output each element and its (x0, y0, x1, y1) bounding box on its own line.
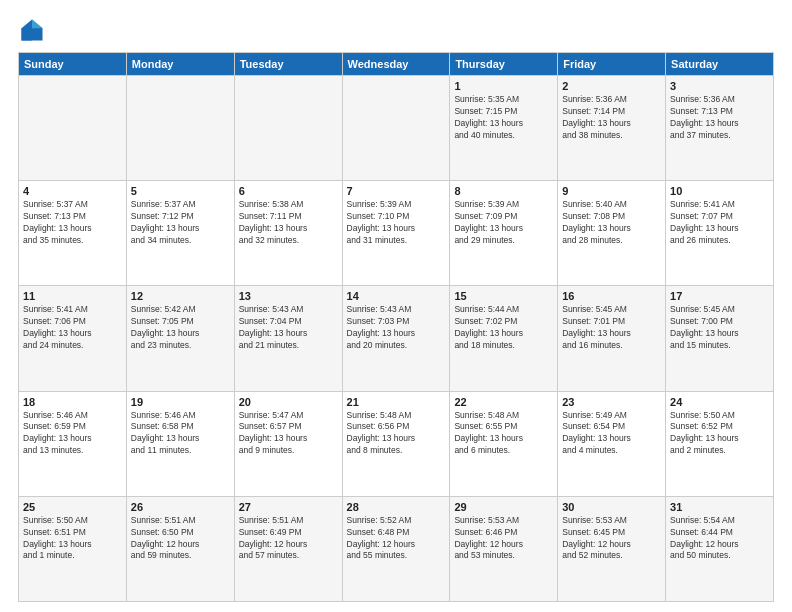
svg-marker-2 (22, 28, 33, 40)
calendar-cell-w2-d0: 11Sunrise: 5:41 AM Sunset: 7:06 PM Dayli… (19, 286, 127, 391)
day-number: 8 (454, 185, 553, 197)
day-info: Sunrise: 5:36 AM Sunset: 7:14 PM Dayligh… (562, 94, 661, 142)
day-number: 22 (454, 396, 553, 408)
day-info: Sunrise: 5:48 AM Sunset: 6:55 PM Dayligh… (454, 410, 553, 458)
day-number: 24 (670, 396, 769, 408)
day-info: Sunrise: 5:37 AM Sunset: 7:13 PM Dayligh… (23, 199, 122, 247)
day-info: Sunrise: 5:54 AM Sunset: 6:44 PM Dayligh… (670, 515, 769, 563)
day-info: Sunrise: 5:41 AM Sunset: 7:07 PM Dayligh… (670, 199, 769, 247)
day-number: 17 (670, 290, 769, 302)
calendar-cell-w4-d3: 28Sunrise: 5:52 AM Sunset: 6:48 PM Dayli… (342, 496, 450, 601)
calendar-cell-w3-d3: 21Sunrise: 5:48 AM Sunset: 6:56 PM Dayli… (342, 391, 450, 496)
calendar-table: SundayMondayTuesdayWednesdayThursdayFrid… (18, 52, 774, 602)
day-info: Sunrise: 5:38 AM Sunset: 7:11 PM Dayligh… (239, 199, 338, 247)
day-info: Sunrise: 5:51 AM Sunset: 6:49 PM Dayligh… (239, 515, 338, 563)
calendar-cell-w3-d0: 18Sunrise: 5:46 AM Sunset: 6:59 PM Dayli… (19, 391, 127, 496)
weekday-header-monday: Monday (126, 53, 234, 76)
calendar-cell-w4-d0: 25Sunrise: 5:50 AM Sunset: 6:51 PM Dayli… (19, 496, 127, 601)
calendar-cell-w2-d2: 13Sunrise: 5:43 AM Sunset: 7:04 PM Dayli… (234, 286, 342, 391)
calendar-cell-w1-d0: 4Sunrise: 5:37 AM Sunset: 7:13 PM Daylig… (19, 181, 127, 286)
calendar-header: SundayMondayTuesdayWednesdayThursdayFrid… (19, 53, 774, 76)
calendar-week-2: 11Sunrise: 5:41 AM Sunset: 7:06 PM Dayli… (19, 286, 774, 391)
day-info: Sunrise: 5:39 AM Sunset: 7:10 PM Dayligh… (347, 199, 446, 247)
calendar-cell-w0-d0 (19, 76, 127, 181)
day-number: 14 (347, 290, 446, 302)
day-number: 13 (239, 290, 338, 302)
weekday-header-tuesday: Tuesday (234, 53, 342, 76)
day-number: 10 (670, 185, 769, 197)
day-info: Sunrise: 5:37 AM Sunset: 7:12 PM Dayligh… (131, 199, 230, 247)
weekday-header-sunday: Sunday (19, 53, 127, 76)
day-info: Sunrise: 5:50 AM Sunset: 6:51 PM Dayligh… (23, 515, 122, 563)
calendar-cell-w2-d6: 17Sunrise: 5:45 AM Sunset: 7:00 PM Dayli… (666, 286, 774, 391)
weekday-header-thursday: Thursday (450, 53, 558, 76)
calendar-cell-w4-d1: 26Sunrise: 5:51 AM Sunset: 6:50 PM Dayli… (126, 496, 234, 601)
day-number: 15 (454, 290, 553, 302)
day-number: 20 (239, 396, 338, 408)
page: SundayMondayTuesdayWednesdayThursdayFrid… (0, 0, 792, 612)
day-number: 6 (239, 185, 338, 197)
day-number: 11 (23, 290, 122, 302)
calendar-body: 1Sunrise: 5:35 AM Sunset: 7:15 PM Daylig… (19, 76, 774, 602)
header (18, 16, 774, 44)
day-number: 25 (23, 501, 122, 513)
day-number: 26 (131, 501, 230, 513)
calendar-cell-w3-d2: 20Sunrise: 5:47 AM Sunset: 6:57 PM Dayli… (234, 391, 342, 496)
day-info: Sunrise: 5:39 AM Sunset: 7:09 PM Dayligh… (454, 199, 553, 247)
weekday-header-saturday: Saturday (666, 53, 774, 76)
weekday-header-wednesday: Wednesday (342, 53, 450, 76)
day-info: Sunrise: 5:35 AM Sunset: 7:15 PM Dayligh… (454, 94, 553, 142)
svg-marker-1 (32, 20, 43, 29)
day-info: Sunrise: 5:53 AM Sunset: 6:45 PM Dayligh… (562, 515, 661, 563)
calendar-week-0: 1Sunrise: 5:35 AM Sunset: 7:15 PM Daylig… (19, 76, 774, 181)
calendar-cell-w1-d4: 8Sunrise: 5:39 AM Sunset: 7:09 PM Daylig… (450, 181, 558, 286)
day-number: 30 (562, 501, 661, 513)
day-info: Sunrise: 5:40 AM Sunset: 7:08 PM Dayligh… (562, 199, 661, 247)
day-number: 2 (562, 80, 661, 92)
calendar-cell-w2-d3: 14Sunrise: 5:43 AM Sunset: 7:03 PM Dayli… (342, 286, 450, 391)
day-number: 19 (131, 396, 230, 408)
day-info: Sunrise: 5:50 AM Sunset: 6:52 PM Dayligh… (670, 410, 769, 458)
calendar-cell-w0-d4: 1Sunrise: 5:35 AM Sunset: 7:15 PM Daylig… (450, 76, 558, 181)
day-info: Sunrise: 5:36 AM Sunset: 7:13 PM Dayligh… (670, 94, 769, 142)
calendar-cell-w3-d6: 24Sunrise: 5:50 AM Sunset: 6:52 PM Dayli… (666, 391, 774, 496)
calendar-cell-w4-d4: 29Sunrise: 5:53 AM Sunset: 6:46 PM Dayli… (450, 496, 558, 601)
calendar-cell-w3-d5: 23Sunrise: 5:49 AM Sunset: 6:54 PM Dayli… (558, 391, 666, 496)
day-info: Sunrise: 5:46 AM Sunset: 6:58 PM Dayligh… (131, 410, 230, 458)
calendar-cell-w0-d2 (234, 76, 342, 181)
day-number: 27 (239, 501, 338, 513)
calendar-cell-w1-d1: 5Sunrise: 5:37 AM Sunset: 7:12 PM Daylig… (126, 181, 234, 286)
day-info: Sunrise: 5:47 AM Sunset: 6:57 PM Dayligh… (239, 410, 338, 458)
day-number: 12 (131, 290, 230, 302)
day-info: Sunrise: 5:41 AM Sunset: 7:06 PM Dayligh… (23, 304, 122, 352)
calendar-cell-w0-d3 (342, 76, 450, 181)
day-info: Sunrise: 5:51 AM Sunset: 6:50 PM Dayligh… (131, 515, 230, 563)
day-info: Sunrise: 5:52 AM Sunset: 6:48 PM Dayligh… (347, 515, 446, 563)
calendar-cell-w3-d1: 19Sunrise: 5:46 AM Sunset: 6:58 PM Dayli… (126, 391, 234, 496)
calendar-cell-w0-d6: 3Sunrise: 5:36 AM Sunset: 7:13 PM Daylig… (666, 76, 774, 181)
day-info: Sunrise: 5:53 AM Sunset: 6:46 PM Dayligh… (454, 515, 553, 563)
calendar-cell-w1-d2: 6Sunrise: 5:38 AM Sunset: 7:11 PM Daylig… (234, 181, 342, 286)
day-number: 21 (347, 396, 446, 408)
day-number: 31 (670, 501, 769, 513)
calendar-cell-w1-d3: 7Sunrise: 5:39 AM Sunset: 7:10 PM Daylig… (342, 181, 450, 286)
calendar-cell-w4-d6: 31Sunrise: 5:54 AM Sunset: 6:44 PM Dayli… (666, 496, 774, 601)
calendar-week-4: 25Sunrise: 5:50 AM Sunset: 6:51 PM Dayli… (19, 496, 774, 601)
day-info: Sunrise: 5:48 AM Sunset: 6:56 PM Dayligh… (347, 410, 446, 458)
calendar-cell-w1-d6: 10Sunrise: 5:41 AM Sunset: 7:07 PM Dayli… (666, 181, 774, 286)
calendar-cell-w2-d1: 12Sunrise: 5:42 AM Sunset: 7:05 PM Dayli… (126, 286, 234, 391)
day-number: 16 (562, 290, 661, 302)
calendar-cell-w0-d1 (126, 76, 234, 181)
calendar-cell-w1-d5: 9Sunrise: 5:40 AM Sunset: 7:08 PM Daylig… (558, 181, 666, 286)
day-info: Sunrise: 5:42 AM Sunset: 7:05 PM Dayligh… (131, 304, 230, 352)
day-number: 29 (454, 501, 553, 513)
day-number: 4 (23, 185, 122, 197)
calendar-week-3: 18Sunrise: 5:46 AM Sunset: 6:59 PM Dayli… (19, 391, 774, 496)
logo-icon (18, 16, 46, 44)
weekday-header-friday: Friday (558, 53, 666, 76)
calendar-cell-w2-d4: 15Sunrise: 5:44 AM Sunset: 7:02 PM Dayli… (450, 286, 558, 391)
day-info: Sunrise: 5:49 AM Sunset: 6:54 PM Dayligh… (562, 410, 661, 458)
day-info: Sunrise: 5:46 AM Sunset: 6:59 PM Dayligh… (23, 410, 122, 458)
calendar-week-1: 4Sunrise: 5:37 AM Sunset: 7:13 PM Daylig… (19, 181, 774, 286)
calendar-cell-w3-d4: 22Sunrise: 5:48 AM Sunset: 6:55 PM Dayli… (450, 391, 558, 496)
